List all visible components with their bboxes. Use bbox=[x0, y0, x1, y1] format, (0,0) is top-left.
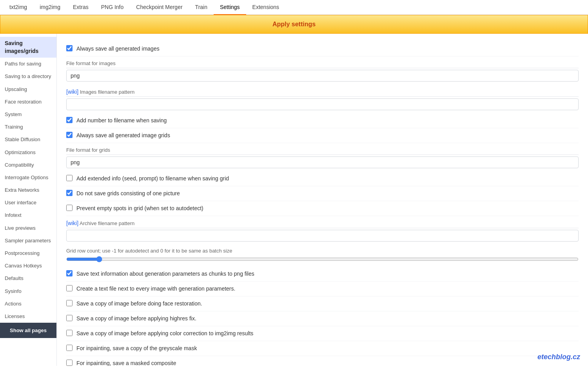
sidebar-item-sysinfo[interactable]: Sysinfo bbox=[0, 285, 56, 298]
label-grid-row-count: Grid row count; use -1 for autodetect an… bbox=[66, 248, 579, 254]
input-file-format-images[interactable] bbox=[66, 70, 579, 82]
sidebar-item-upscaling[interactable]: Upscaling bbox=[0, 83, 56, 96]
apply-settings-banner: Apply settings bbox=[0, 15, 588, 34]
label-masked-composite: For inpainting, save a masked composite bbox=[76, 359, 176, 366]
setting-row-no-save-grids: Do not save grids consisting of one pict… bbox=[66, 186, 579, 201]
label-always-save: Always save all generated images bbox=[76, 45, 160, 53]
tab-settings[interactable]: Settings bbox=[214, 0, 246, 15]
checkbox-add-extended-info[interactable] bbox=[66, 175, 73, 181]
tab-png-info[interactable]: PNG Info bbox=[95, 0, 130, 15]
setting-row-copy-color-correction: Save a copy of image before applying col… bbox=[66, 326, 579, 341]
checkbox-create-text-file[interactable] bbox=[66, 285, 73, 291]
content-area: Always save all generated images File fo… bbox=[57, 34, 588, 366]
tab-checkpoint-merger[interactable]: Checkpoint Merger bbox=[130, 0, 189, 15]
sidebar-item-paths[interactable]: Paths for saving bbox=[0, 58, 56, 70]
checkbox-copy-color-correction[interactable] bbox=[66, 330, 73, 336]
setting-row-copy-face-restoration: Save a copy of image before doing face r… bbox=[66, 296, 579, 311]
label-create-text-file: Create a text file next to every image w… bbox=[76, 285, 235, 293]
sidebar-item-licenses[interactable]: Licenses bbox=[0, 310, 56, 323]
show-all-pages-button[interactable]: Show all pages bbox=[0, 323, 56, 338]
label-save-text-info: Save text information about generation p… bbox=[76, 270, 254, 278]
setting-row-save-text-info: Save text information about generation p… bbox=[66, 267, 579, 282]
slider-grid-row-count[interactable] bbox=[66, 256, 579, 262]
input-images-filename-pattern[interactable] bbox=[66, 98, 579, 110]
checkbox-prevent-empty[interactable] bbox=[66, 205, 73, 211]
sidebar-item-user-interface[interactable]: User interface bbox=[0, 196, 56, 209]
setting-archive-filename-pattern: [wiki] Archive filename pattern bbox=[66, 216, 579, 245]
input-archive-filename-pattern[interactable] bbox=[66, 230, 579, 242]
label-copy-face-restoration: Save a copy of image before doing face r… bbox=[76, 300, 202, 308]
setting-grid-row-count: Grid row count; use -1 for autodetect an… bbox=[66, 245, 579, 267]
checkbox-always-save[interactable] bbox=[66, 45, 73, 51]
wiki-link-images-filename[interactable]: [wiki] bbox=[66, 89, 78, 95]
sidebar-item-postprocessing[interactable]: Postprocessing bbox=[0, 247, 56, 260]
label-images-filename-pattern: [wiki] Images filename pattern bbox=[66, 85, 579, 97]
tab-img2img[interactable]: img2img bbox=[33, 0, 67, 15]
sidebar-item-sampler-params[interactable]: Sampler parameters bbox=[0, 234, 56, 247]
setting-row-greyscale-mask: For inpainting, save a copy of the greys… bbox=[66, 341, 579, 356]
setting-row-masked-composite: For inpainting, save a masked composite bbox=[66, 356, 579, 366]
checkbox-always-save-grids[interactable] bbox=[66, 132, 73, 138]
label-copy-color-correction: Save a copy of image before applying col… bbox=[76, 329, 253, 338]
sidebar-item-actions[interactable]: Actions bbox=[0, 298, 56, 310]
label-add-extended-info: Add extended info (seed, prompt) to file… bbox=[76, 175, 229, 183]
checkbox-copy-face-restoration[interactable] bbox=[66, 300, 73, 306]
label-greyscale-mask: For inpainting, save a copy of the greys… bbox=[76, 344, 197, 353]
label-add-number: Add number to filename when saving bbox=[76, 116, 167, 125]
checkbox-copy-highres-fix[interactable] bbox=[66, 315, 73, 321]
sidebar-item-saving-directory[interactable]: Saving to a directory bbox=[0, 70, 56, 83]
setting-row-add-number: Add number to filename when saving bbox=[66, 113, 579, 128]
sidebar-item-extra-networks[interactable]: Extra Networks bbox=[0, 184, 56, 196]
label-images-filename-text: Images filename pattern bbox=[78, 89, 134, 95]
sidebar-item-defaults[interactable]: Defaults bbox=[0, 272, 56, 285]
sidebar-item-training[interactable]: Training bbox=[0, 121, 56, 133]
label-archive-filename-text: Archive filename pattern bbox=[78, 220, 134, 226]
setting-row-always-save-grids: Always save all generated image grids bbox=[66, 128, 579, 143]
sidebar-item-interrogate[interactable]: Interrogate Options bbox=[0, 171, 56, 184]
label-file-format-images: File format for images bbox=[66, 56, 579, 68]
checkbox-masked-composite[interactable] bbox=[66, 360, 73, 366]
sidebar-item-infotext[interactable]: Infotext bbox=[0, 209, 56, 222]
wiki-link-archive-filename[interactable]: [wiki] bbox=[66, 220, 78, 226]
setting-row-always-save: Always save all generated images bbox=[66, 42, 579, 56]
tab-txt2img[interactable]: txt2img bbox=[3, 0, 33, 15]
checkbox-add-number[interactable] bbox=[66, 117, 73, 123]
setting-file-format-images: File format for images bbox=[66, 56, 579, 85]
tab-extras[interactable]: Extras bbox=[67, 0, 95, 15]
sidebar: Saving images/grids Paths for saving Sav… bbox=[0, 34, 57, 366]
checkbox-save-text-info[interactable] bbox=[66, 270, 73, 276]
tab-train[interactable]: Train bbox=[189, 0, 214, 15]
sidebar-item-compatibility[interactable]: Compatibility bbox=[0, 159, 56, 171]
setting-row-prevent-empty: Prevent empty spots in grid (when set to… bbox=[66, 201, 579, 216]
sidebar-item-face-restoration[interactable]: Face restoration bbox=[0, 96, 56, 108]
label-file-format-grids: File format for grids bbox=[66, 143, 579, 155]
sidebar-item-optimizations[interactable]: Optimizations bbox=[0, 146, 56, 159]
main-layout: Saving images/grids Paths for saving Sav… bbox=[0, 34, 588, 366]
setting-row-copy-highres-fix: Save a copy of image before applying hig… bbox=[66, 311, 579, 326]
label-always-save-grids: Always save all generated image grids bbox=[76, 131, 170, 140]
apply-settings-button[interactable]: Apply settings bbox=[272, 21, 316, 28]
label-archive-filename-pattern: [wiki] Archive filename pattern bbox=[66, 216, 579, 228]
label-copy-highres-fix: Save a copy of image before applying hig… bbox=[76, 314, 196, 323]
checkbox-no-save-grids[interactable] bbox=[66, 190, 73, 196]
setting-row-add-extended-info: Add extended info (seed, prompt) to file… bbox=[66, 171, 579, 186]
checkbox-greyscale-mask[interactable] bbox=[66, 345, 73, 351]
top-nav: txt2img img2img Extras PNG Info Checkpoi… bbox=[0, 0, 588, 15]
setting-images-filename-pattern: [wiki] Images filename pattern bbox=[66, 85, 579, 113]
sidebar-item-system[interactable]: System bbox=[0, 108, 56, 121]
setting-row-create-text-file: Create a text file next to every image w… bbox=[66, 282, 579, 296]
setting-file-format-grids: File format for grids bbox=[66, 143, 579, 171]
label-no-save-grids: Do not save grids consisting of one pict… bbox=[76, 189, 180, 198]
sidebar-item-saving-images[interactable]: Saving images/grids bbox=[0, 37, 56, 58]
sidebar-item-stable-diffusion[interactable]: Stable Diffusion bbox=[0, 133, 56, 146]
input-file-format-grids[interactable] bbox=[66, 156, 579, 168]
tab-extensions[interactable]: Extensions bbox=[246, 0, 285, 15]
label-prevent-empty: Prevent empty spots in grid (when set to… bbox=[76, 204, 203, 213]
sidebar-item-canvas-hotkeys[interactable]: Canvas Hotkeys bbox=[0, 260, 56, 272]
sidebar-section: Saving images/grids Paths for saving Sav… bbox=[0, 37, 56, 323]
sidebar-item-live-previews[interactable]: Live previews bbox=[0, 222, 56, 234]
